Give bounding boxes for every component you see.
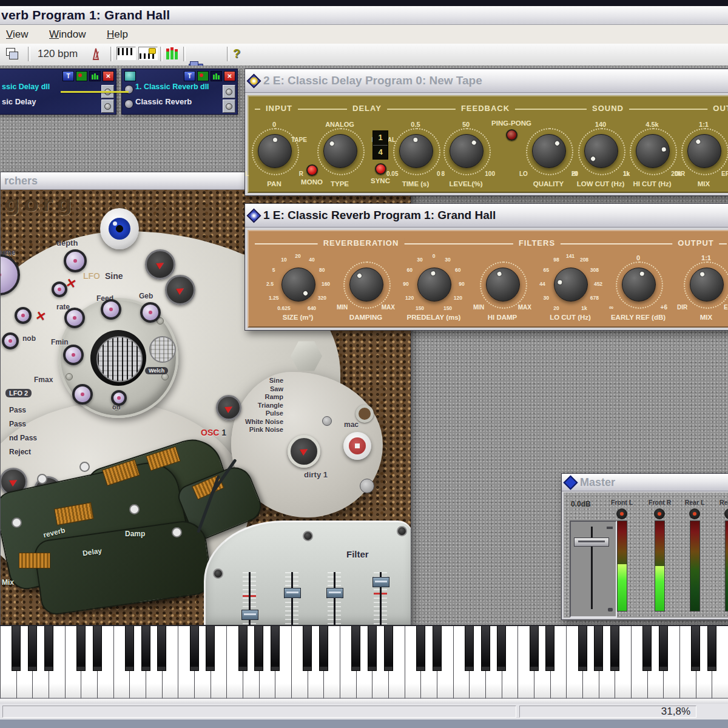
rate-knob[interactable] — [64, 308, 85, 328]
metronome-icon[interactable] — [89, 47, 103, 61]
piano-black-key[interactable] — [319, 626, 328, 671]
menu-view[interactable]: View — [6, 25, 29, 44]
piano-black-key[interactable] — [157, 626, 166, 671]
piano-black-key[interactable] — [93, 626, 102, 671]
piano-black-key[interactable] — [190, 626, 199, 671]
earlyref-knob[interactable] — [607, 264, 670, 304]
filter-slider-3[interactable] — [326, 572, 343, 625]
menu-window[interactable]: Window — [49, 25, 86, 44]
dark-knob[interactable]: ▶ — [165, 275, 195, 305]
meter-peak-knob[interactable] — [654, 508, 665, 519]
piano-black-key[interactable] — [465, 626, 474, 671]
filter-slider-1[interactable] — [241, 572, 258, 625]
dark-knob[interactable]: ▶ — [145, 249, 175, 280]
small-knob[interactable] — [15, 307, 32, 324]
module-t-icon[interactable]: T — [62, 71, 74, 81]
meter-peak-knob[interactable] — [616, 508, 627, 519]
module-button[interactable] — [101, 99, 114, 113]
small-button[interactable] — [322, 416, 332, 426]
main-dial-cap[interactable] — [96, 336, 143, 382]
cascade-windows-icon[interactable] — [5, 47, 21, 61]
module-button[interactable] — [223, 99, 235, 113]
piano-black-key[interactable] — [254, 626, 263, 671]
piano-keyboard[interactable] — [0, 625, 728, 700]
fmax-knob[interactable] — [72, 384, 93, 405]
pingpong-led[interactable] — [506, 129, 517, 141]
size-knob[interactable]: 0.6251.252.5510204080160320640 — [266, 264, 329, 304]
module-classic-reverb[interactable]: T ✕ 1. Classic Reverb dll Classic Reverb — [121, 69, 238, 115]
menu-help[interactable]: Help — [107, 25, 128, 44]
piano-black-key[interactable] — [642, 626, 652, 671]
piano-black-key[interactable] — [545, 626, 554, 671]
piano-black-key[interactable] — [141, 626, 150, 671]
meter-peak-knob[interactable] — [689, 508, 700, 519]
predelay-knob[interactable]: 1501209060300306090120150 — [402, 264, 465, 304]
module-close-icon[interactable]: ✕ — [103, 71, 114, 81]
piano-black-key[interactable] — [659, 626, 668, 671]
module-t-icon[interactable]: T — [184, 71, 195, 81]
mac-button[interactable] — [343, 432, 371, 460]
module-connection-cable[interactable] — [61, 91, 129, 93]
small-button[interactable] — [360, 479, 374, 493]
piano-black-key[interactable] — [497, 626, 506, 671]
filter-slider-4[interactable] — [372, 572, 389, 625]
piano-black-key[interactable] — [271, 626, 280, 671]
level-meter-icon[interactable] — [165, 47, 180, 60]
bpm-display[interactable]: 120 bpm — [38, 47, 78, 61]
geb-knob[interactable] — [140, 302, 161, 323]
mix-knob[interactable] — [672, 130, 728, 170]
module-close-icon[interactable]: ✕ — [224, 71, 235, 81]
dirty-knob[interactable]: ▶ — [288, 435, 320, 468]
piano-black-key[interactable] — [303, 626, 312, 671]
hidamp-knob[interactable] — [471, 264, 534, 304]
piano-black-key[interactable] — [368, 626, 377, 671]
piano-black-key[interactable] — [433, 626, 442, 671]
module-palette-icon[interactable] — [76, 71, 87, 81]
damping-knob[interactable] — [334, 264, 397, 304]
piano-black-key[interactable] — [28, 626, 37, 671]
delay-window-titlebar[interactable]: 2 E: Classic Delay Program 0: New Tape — [245, 69, 728, 93]
waveform-knob[interactable]: ▶ — [216, 395, 241, 420]
piano-black-key[interactable] — [578, 626, 587, 671]
piano-black-key[interactable] — [610, 626, 619, 671]
quality-min: LO — [519, 170, 528, 179]
reverb-mix-knob[interactable] — [675, 264, 728, 304]
piano-black-key[interactable] — [76, 626, 86, 671]
help-icon[interactable]: ? — [233, 47, 240, 61]
module-palette-icon[interactable] — [197, 71, 209, 81]
piano-black-key[interactable] — [481, 626, 490, 671]
piano-black-key[interactable] — [206, 626, 215, 671]
piano-black-key[interactable] — [351, 626, 360, 671]
master-window-titlebar[interactable]: Master — [562, 474, 728, 491]
grid-knob[interactable] — [149, 336, 176, 363]
piano-black-key[interactable] — [44, 626, 53, 671]
meter-peak-knob[interactable] — [724, 508, 728, 519]
piano-black-key[interactable] — [12, 626, 21, 671]
module-knob[interactable] — [124, 99, 133, 109]
keyboard-icon[interactable] — [116, 47, 136, 60]
piano-black-key[interactable] — [238, 626, 248, 671]
module-meter-icon[interactable] — [89, 71, 101, 81]
master-fader[interactable] — [570, 521, 617, 618]
piano-black-key[interactable] — [125, 626, 134, 671]
module-icon[interactable] — [124, 71, 136, 81]
module-meter-icon[interactable] — [211, 71, 222, 81]
piano-black-key[interactable] — [707, 626, 716, 671]
filter-slider-2[interactable] — [283, 572, 300, 625]
piano-black-key[interactable] — [384, 626, 393, 671]
instrument-rack-icon[interactable] — [138, 47, 158, 60]
depth-knob[interactable] — [64, 249, 87, 272]
reverb-window-titlebar[interactable]: 1 E: Classic Reverb Program 1: Grand Hal… — [245, 204, 728, 228]
piano-black-key[interactable] — [594, 626, 603, 671]
piano-black-key[interactable] — [691, 626, 700, 671]
master-fader-handle[interactable] — [574, 538, 609, 547]
module-button[interactable] — [223, 85, 235, 98]
section-input: INPUT — [260, 104, 298, 113]
piano-black-key[interactable] — [530, 626, 539, 671]
locut-knob[interactable]: 20304465981412083084526781k — [539, 264, 602, 304]
piano-black-key[interactable] — [416, 626, 425, 671]
small-knob[interactable] — [2, 332, 19, 349]
main-titlebar[interactable]: verb Program 1: Grand Hall — [0, 6, 728, 25]
feed-knob[interactable] — [101, 299, 121, 320]
fmin-knob[interactable] — [63, 345, 84, 365]
